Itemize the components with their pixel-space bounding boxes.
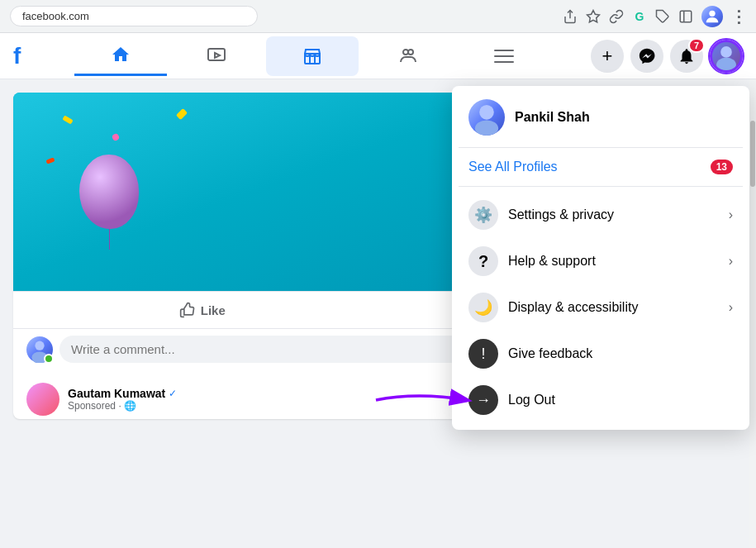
nav-item-home[interactable] [74,36,167,76]
verified-icon: ✓ [169,388,177,399]
svg-rect-12 [494,61,514,63]
display-icon: 🌙 [468,293,498,322]
share-icon[interactable] [563,9,578,24]
grammarly-icon[interactable]: G [632,9,647,24]
menu-item-feedback[interactable]: ! Give feedback [459,331,743,377]
see-all-badge: 13 [711,160,733,174]
nav-item-watch[interactable] [170,36,263,76]
browser-toolbar: G ⋮ [563,6,746,27]
dropdown-divider-2 [459,186,743,187]
feedback-label: Give feedback [508,346,733,361]
nav-item-groups[interactable] [362,36,454,76]
svg-point-9 [408,50,413,55]
svg-point-17 [479,105,494,120]
dropdown-profile-row[interactable]: Pankil Shah [459,93,743,142]
nav-right: + 7 [591,40,743,73]
commenter-avatar [26,336,53,363]
help-chevron: › [729,254,733,269]
svg-rect-11 [494,55,514,57]
like-label: Like [201,303,226,317]
notifications-badge: 7 [688,38,705,53]
svg-point-15 [35,341,44,350]
browser-url[interactable]: facebook.com [10,6,258,26]
arrow-svg [368,388,475,412]
bookmark-icon[interactable] [586,9,601,24]
dropdown-profile-avatar [468,99,505,136]
svg-marker-1 [587,10,600,21]
facebook-navbar: f + 7 [0,33,756,79]
dropdown-divider-1 [459,147,743,148]
settings-label: Settings & privacy [508,207,719,222]
nav-center [34,36,591,76]
sponsor-name: Gautam Kumawat [68,387,165,400]
menu-item-help[interactable]: ? Help & support › [459,238,743,284]
svg-point-14 [716,57,736,69]
nav-item-menu[interactable] [458,36,550,76]
scrollbar[interactable] [749,79,756,548]
browser-profile-avatar[interactable] [701,6,723,27]
dropdown-profile-name: Pankil Shah [515,110,590,125]
see-all-profiles-button[interactable]: See All Profiles 13 [459,153,743,181]
settings-chevron: › [729,207,733,222]
nav-notifications-button[interactable]: 7 [670,40,703,73]
menu-item-display[interactable]: 🌙 Display & accessibility › [459,284,743,331]
nav-item-marketplace[interactable] [266,36,359,76]
svg-point-5 [709,10,715,16]
settings-icon: ⚙️ [468,200,498,230]
svg-point-18 [475,121,498,136]
more-icon[interactable]: ⋮ [731,9,746,24]
sponsor-avatar [26,383,59,416]
main-content: 🔥 Marketplace Like Comment [0,79,756,548]
svg-rect-10 [494,50,514,51]
menu-item-settings[interactable]: ⚙️ Settings & privacy › [459,192,743,238]
facebook-logo: f [13,43,21,69]
like-button[interactable]: Like [26,295,378,325]
svg-marker-7 [215,53,220,58]
svg-point-13 [720,46,732,58]
menu-item-logout[interactable]: → Log Out [459,377,743,423]
display-chevron: › [729,300,733,315]
profile-avatar-button[interactable] [710,40,743,73]
link-icon[interactable] [609,9,624,24]
scrollbar-thumb [750,121,755,187]
browser-chrome: facebook.com G ⋮ [0,0,756,33]
help-icon: ? [468,246,498,276]
arrow-annotation [368,388,475,412]
svg-rect-3 [680,11,692,22]
nav-messenger-button[interactable] [630,40,663,73]
nav-add-button[interactable]: + [591,40,624,73]
online-badge [44,354,54,364]
sidebar-icon[interactable] [678,9,693,24]
dropdown-menu: Pankil Shah See All Profiles 13 ⚙️ Setti… [452,86,749,430]
help-label: Help & support [508,254,719,269]
display-label: Display & accessibility [508,300,719,315]
see-all-profiles-label: See All Profiles [468,160,558,174]
feedback-icon: ! [468,339,498,369]
logout-label: Log Out [508,393,733,407]
puzzle-icon[interactable] [655,9,670,24]
